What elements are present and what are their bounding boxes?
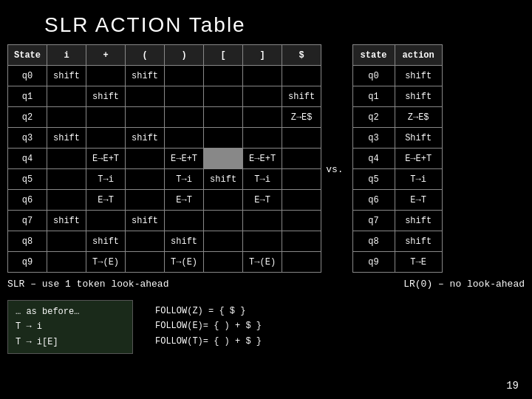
action-cell xyxy=(47,86,86,107)
action-cell xyxy=(126,107,165,128)
action-cell xyxy=(204,211,243,231)
action-table-row: q8shiftshift xyxy=(8,231,321,252)
action-table-row: q6E→TE→TE→T xyxy=(8,190,321,211)
action-cell: T→i xyxy=(243,169,282,190)
action-cell xyxy=(204,66,243,86)
subtitle-left: SLR – use 1 token look-ahead xyxy=(7,279,168,290)
goto-cell: Z→E$ xyxy=(395,107,442,128)
action-cell xyxy=(204,252,243,273)
action-cell: q6 xyxy=(8,190,47,211)
goto-cell: E→T xyxy=(395,190,442,211)
action-cell: Z→E$ xyxy=(282,107,321,128)
follow-line: FOLLOW(E)= { ) + $ } xyxy=(155,318,262,333)
goto-cell: shift xyxy=(395,66,442,86)
goto-table-row: q7shift xyxy=(352,211,442,231)
goto-cell: q6 xyxy=(352,190,395,211)
goto-cell: q8 xyxy=(352,231,395,252)
grammar-line: … as before… xyxy=(16,304,125,319)
action-cell xyxy=(86,107,126,128)
grammar-line: T → i[E] xyxy=(16,335,125,349)
action-cell: shift xyxy=(126,66,165,86)
goto-cell: q1 xyxy=(352,86,395,107)
goto-cell: q2 xyxy=(352,107,395,128)
action-cell xyxy=(126,252,165,273)
goto-cell: q0 xyxy=(352,66,395,86)
action-table-row: q3shiftshift xyxy=(8,128,321,149)
action-cell xyxy=(204,231,243,252)
action-cell: E→E+T xyxy=(86,149,126,169)
action-col-header: State xyxy=(8,45,47,66)
action-cell: q2 xyxy=(8,107,47,128)
goto-table-row: q4E→E+T xyxy=(352,149,442,169)
goto-cell: q9 xyxy=(352,252,395,273)
action-cell: shift xyxy=(126,211,165,231)
action-cell xyxy=(47,107,86,128)
follow-line: FOLLOW(Z) = { $ } xyxy=(155,304,262,318)
action-col-header: + xyxy=(86,45,126,66)
action-col-header: [ xyxy=(204,45,243,66)
action-cell xyxy=(282,211,321,231)
action-cell: q9 xyxy=(8,252,47,273)
action-cell: shift xyxy=(47,211,86,231)
action-cell xyxy=(243,86,282,107)
goto-cell: T→E xyxy=(395,252,442,273)
action-cell: T→i xyxy=(165,169,204,190)
action-cell xyxy=(126,149,165,169)
vs-label: vs. xyxy=(321,164,347,175)
action-table-row: q7shiftshift xyxy=(8,211,321,231)
goto-table-row: q9T→E xyxy=(352,252,442,273)
action-cell xyxy=(243,66,282,86)
action-cell: q1 xyxy=(8,86,47,107)
action-table-row: q5T→iT→ishiftT→i xyxy=(8,169,321,190)
action-cell xyxy=(86,128,126,149)
action-cell: shift xyxy=(165,231,204,252)
action-cell xyxy=(165,66,204,86)
action-cell xyxy=(165,128,204,149)
action-col-header: ] xyxy=(243,45,282,66)
action-cell xyxy=(86,211,126,231)
bottom-section: … as before…T → iT → i[E] FOLLOW(Z) = { … xyxy=(0,296,532,354)
action-table-row: q4E→E+TE→E+TE→E+T xyxy=(8,149,321,169)
action-cell: T→i xyxy=(86,169,126,190)
goto-table-row: q5T→i xyxy=(352,169,442,190)
goto-cell: shift xyxy=(395,231,442,252)
goto-table-row: q6E→T xyxy=(352,190,442,211)
action-col-header: i xyxy=(47,45,86,66)
action-col-header: $ xyxy=(282,45,321,66)
goto-table-header: stateaction xyxy=(352,45,442,66)
goto-col-header: action xyxy=(395,45,442,66)
action-cell: q5 xyxy=(8,169,47,190)
action-cell: shift xyxy=(86,231,126,252)
grammar-line: T → i xyxy=(16,319,125,334)
action-cell: shift xyxy=(86,86,126,107)
follow-line: FOLLOW(T)= { ) + $ } xyxy=(155,334,262,349)
action-cell: T→(E) xyxy=(86,252,126,273)
action-cell xyxy=(126,231,165,252)
action-cell xyxy=(47,231,86,252)
action-table-row: q1shiftshift xyxy=(8,86,321,107)
goto-cell: Shift xyxy=(395,128,442,149)
action-cell: shift xyxy=(47,128,86,149)
goto-table-row: q3Shift xyxy=(352,128,442,149)
action-cell xyxy=(165,86,204,107)
action-cell xyxy=(282,169,321,190)
goto-cell: shift xyxy=(395,86,442,107)
action-cell xyxy=(282,128,321,149)
action-cell: shift xyxy=(47,66,86,86)
action-cell xyxy=(47,169,86,190)
action-cell xyxy=(282,66,321,86)
action-cell xyxy=(204,190,243,211)
action-cell xyxy=(204,107,243,128)
action-table-body: q0shiftshiftq1shiftshiftq2Z→E$q3shiftshi… xyxy=(8,66,321,273)
action-table-container: Statei+()[]$ q0shiftshiftq1shiftshiftq2Z… xyxy=(0,44,321,273)
goto-table-container: stateaction q0shiftq1shiftq2Z→E$q3Shiftq… xyxy=(348,44,443,273)
action-cell xyxy=(204,86,243,107)
tables-row: Statei+()[]$ q0shiftshiftq1shiftshiftq2Z… xyxy=(0,44,532,273)
goto-table-row: q0shift xyxy=(352,66,442,86)
action-table-row: q2Z→E$ xyxy=(8,107,321,128)
action-cell: shift xyxy=(282,86,321,107)
action-cell xyxy=(126,190,165,211)
action-cell xyxy=(204,128,243,149)
action-table-row: q0shiftshift xyxy=(8,66,321,86)
action-cell xyxy=(126,169,165,190)
